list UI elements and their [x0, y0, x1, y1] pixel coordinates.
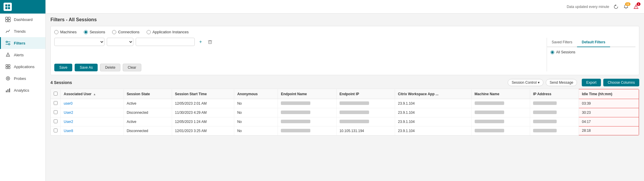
session-control-button[interactable]: Session Control ▾ — [508, 79, 543, 86]
sessions-header: 4 Sessions Session Control ▾ Send Messag… — [50, 79, 639, 86]
endpoint-name-cell — [278, 126, 336, 135]
filter-type-radio-group: Machines Sessions Connections Applicatio… — [54, 30, 635, 34]
svg-rect-3 — [8, 7, 10, 9]
export-button[interactable]: Export — [582, 79, 601, 86]
th-associated-user[interactable]: Associated User ▲ — [61, 89, 124, 99]
svg-rect-2 — [5, 7, 7, 9]
endpoint-ip-cell — [336, 108, 395, 117]
th-session-start-time-label: Session Start Time — [175, 92, 207, 96]
th-citrix-workspace-app-label: Citrix Workspace App ... — [398, 92, 438, 96]
svg-rect-0 — [5, 4, 7, 6]
save-as-button[interactable]: Save As — [75, 64, 98, 71]
sidebar-item-dashboard[interactable]: Dashboard — [0, 14, 45, 25]
probes-icon — [5, 75, 11, 81]
all-sessions-filter-option[interactable]: All Sessions — [550, 50, 632, 54]
th-idle-time[interactable]: Idle Time (hh:mm) — [579, 89, 639, 99]
radio-app-instances-label: Application Instances — [153, 30, 189, 34]
filter-operator-select[interactable] — [107, 38, 133, 46]
machine-name-cell — [471, 126, 530, 135]
alerts-icon — [5, 52, 11, 58]
svg-rect-23 — [8, 89, 9, 92]
radio-machines-input[interactable] — [54, 30, 58, 34]
select-all-checkbox[interactable] — [54, 92, 58, 96]
endpoint-name-value — [281, 111, 310, 114]
refresh-button[interactable] — [613, 4, 619, 10]
save-button[interactable]: Save — [54, 64, 72, 71]
sidebar-item-analytics[interactable]: Analytics — [0, 84, 45, 96]
page-title: Filters - All Sessions — [50, 17, 639, 22]
trends-icon — [5, 28, 11, 34]
th-session-state[interactable]: Session State — [124, 89, 172, 99]
th-endpoint-ip[interactable]: Endpoint IP — [336, 89, 395, 99]
filter-panel: Machines Sessions Connections Applicatio… — [50, 26, 639, 75]
machine-name-value — [475, 129, 504, 132]
notification-bell-button[interactable]: 11 — [623, 4, 629, 10]
notification-badge: 11 — [625, 2, 630, 6]
endpoint-name-cell — [278, 117, 336, 126]
main-content: Data updated every minute 11 1 Filters — [46, 0, 644, 181]
choose-columns-button[interactable]: Choose Columns — [603, 79, 639, 86]
th-endpoint-name[interactable]: Endpoint Name — [278, 89, 336, 99]
sidebar-item-probes[interactable]: Probes — [0, 73, 45, 84]
filter-field-select[interactable] — [54, 38, 104, 46]
th-endpoint-name-label: Endpoint Name — [281, 92, 307, 96]
th-citrix-workspace-app[interactable]: Citrix Workspace App ... — [395, 89, 471, 99]
delete-button[interactable]: Delete — [100, 64, 120, 71]
analytics-icon — [5, 87, 11, 93]
radio-sessions[interactable]: Sessions — [84, 30, 105, 34]
tab-default-filters[interactable]: Default Filters — [577, 38, 610, 47]
svg-rect-4 — [6, 17, 8, 19]
svg-point-8 — [6, 41, 8, 43]
filter-right: Saved Filters Default Filters All Sessio… — [547, 38, 635, 71]
associated-user-link[interactable]: User2 — [64, 120, 73, 124]
th-select-all[interactable] — [51, 89, 61, 99]
row-checkbox[interactable] — [54, 110, 58, 114]
sidebar-item-applications[interactable]: Applications — [0, 61, 45, 73]
table-row: User2Disconnected11/30/2023 4:29 AMNo 23… — [51, 108, 639, 117]
svg-rect-7 — [8, 20, 10, 22]
row-checkbox[interactable] — [54, 129, 58, 132]
session-start-time-cell: 11/30/2023 4:29 AM — [172, 108, 234, 117]
sidebar-item-alerts[interactable]: Alerts — [0, 49, 45, 61]
endpoint-ip-cell — [336, 117, 395, 126]
radio-app-instances[interactable]: Application Instances — [147, 30, 189, 34]
associated-user-link[interactable]: User2 — [64, 111, 73, 115]
row-checkbox[interactable] — [54, 119, 58, 123]
citrix-workspace-app-cell: 23.9.1.104 — [395, 108, 471, 117]
radio-app-instances-input[interactable] — [147, 30, 151, 34]
machine-name-cell — [471, 117, 530, 126]
row-checkbox[interactable] — [54, 101, 58, 105]
session-start-time-cell: 12/01/2023 3:25 AM — [172, 126, 234, 135]
anonymous-cell: No — [234, 108, 278, 117]
anonymous-cell: No — [234, 126, 278, 135]
delete-filter-button[interactable] — [207, 38, 214, 45]
radio-connections-input[interactable] — [112, 30, 116, 34]
radio-machines[interactable]: Machines — [54, 30, 77, 34]
associated-user-link[interactable]: user0 — [64, 101, 73, 106]
radio-machines-label: Machines — [60, 30, 77, 34]
associated-user-link[interactable]: User8 — [64, 129, 73, 133]
add-filter-button[interactable]: + — [197, 38, 204, 45]
send-message-button[interactable]: Send Message — [546, 79, 577, 86]
alert-error-button[interactable]: 1 — [633, 4, 639, 10]
sidebar-item-trends[interactable]: Trends — [0, 25, 45, 37]
clear-button[interactable]: Clear — [123, 64, 141, 71]
th-machine-name[interactable]: Machine Name — [471, 89, 530, 99]
filter-value-input[interactable] — [136, 38, 195, 46]
radio-sessions-input[interactable] — [84, 30, 88, 34]
filter-actions: Save Save As Delete Clear — [54, 64, 543, 71]
th-anonymous[interactable]: Anonymous — [234, 89, 278, 99]
machine-name-value — [475, 111, 504, 114]
endpoint-ip-value — [340, 111, 369, 114]
sidebar-item-filters[interactable]: Filters — [0, 37, 45, 49]
th-ip-address[interactable]: IP Address — [530, 89, 579, 99]
endpoint-name-cell — [278, 99, 336, 108]
th-session-start-time[interactable]: Session Start Time — [172, 89, 234, 99]
citrix-workspace-app-cell: 23.9.1.104 — [395, 99, 471, 108]
radio-connections[interactable]: Connections — [112, 30, 139, 34]
all-sessions-radio[interactable] — [550, 50, 554, 54]
anonymous-cell: No — [234, 117, 278, 126]
sidebar-item-analytics-label: Analytics — [14, 88, 29, 93]
tab-saved-filters[interactable]: Saved Filters — [547, 38, 577, 47]
filter-tabs: Saved Filters Default Filters — [547, 38, 635, 47]
